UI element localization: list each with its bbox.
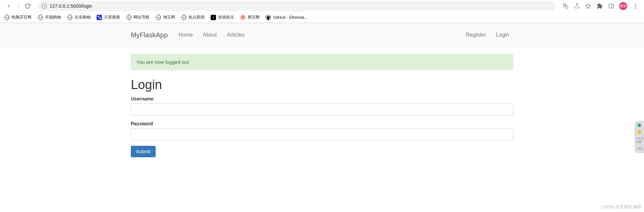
- github-icon: [266, 15, 271, 20]
- nav-links-right: Register Login: [462, 29, 513, 41]
- reload-button[interactable]: [24, 3, 31, 9]
- app-navbar: MyFlaskApp Home About Articles Register …: [0, 23, 644, 47]
- bookmark-item[interactable]: 天猫购物: [38, 14, 61, 20]
- forward-button[interactable]: [15, 3, 21, 9]
- address-bar[interactable]: i 127.0.0.1:5000/login: [38, 1, 555, 11]
- share-icon[interactable]: [574, 3, 580, 9]
- login-form: Username Password Submit: [131, 96, 513, 157]
- bookmark-item[interactable]: 热点新闻: [181, 14, 205, 20]
- nav-link-login[interactable]: Login: [492, 29, 513, 41]
- password-input[interactable]: [131, 128, 513, 140]
- username-input[interactable]: [131, 103, 513, 116]
- globe-icon: [67, 15, 72, 20]
- globe-icon: [126, 15, 131, 20]
- bookmark-item[interactable]: 电脑店官网: [4, 14, 32, 20]
- menu-button[interactable]: [632, 3, 639, 9]
- bookmark-label: 天猫购物: [45, 14, 61, 20]
- bookmark-item[interactable]: GitHub - Ethereal...: [266, 15, 308, 20]
- browser-toolbar: i 127.0.0.1:5000/login 城安: [0, 0, 644, 12]
- password-label: Password: [131, 121, 513, 126]
- bookmark-item[interactable]: 京东购物: [67, 14, 91, 20]
- bookmark-label: 电脑店官网: [11, 14, 32, 20]
- status-dot-green: [638, 124, 641, 127]
- bookmark-label: 百度搜索: [104, 14, 120, 20]
- flash-message-success: You are now logged out: [131, 54, 513, 70]
- bookmark-label: 游戏娱乐: [218, 14, 234, 20]
- panel-icon[interactable]: [608, 3, 614, 9]
- baidu-icon: [97, 15, 102, 20]
- nav-link-home[interactable]: Home: [174, 29, 197, 41]
- star-icon[interactable]: [585, 3, 592, 9]
- bookmark-item[interactable]: 百度搜索: [97, 14, 120, 20]
- bookmark-label: 网址导航: [133, 14, 150, 20]
- bookmark-label: 淘宝网: [163, 14, 175, 20]
- bookmark-item[interactable]: 易黄历网: [240, 14, 260, 20]
- bookmark-item[interactable]: 淘宝网: [156, 14, 175, 20]
- profile-avatar[interactable]: 城安: [619, 2, 627, 10]
- svg-rect-3: [609, 4, 613, 8]
- submit-button[interactable]: Submit: [131, 146, 156, 157]
- tiktok-icon: ♪: [211, 15, 216, 20]
- bookmark-item[interactable]: 网址导航: [126, 14, 150, 20]
- globe-icon: [4, 15, 9, 20]
- nav-link-articles[interactable]: Articles: [223, 29, 249, 41]
- page-container: You are now logged out Login Username Pa…: [126, 54, 518, 157]
- navbar-brand[interactable]: MyFlaskApp: [131, 31, 168, 39]
- svg-marker-2: [586, 4, 591, 8]
- net-up: ↑ 0.4K/s: [636, 137, 643, 144]
- url-text: 127.0.0.1:5000/login: [50, 3, 92, 9]
- net-down: ↓ 0.6: [636, 147, 643, 151]
- globe-icon: [38, 15, 43, 20]
- bookmark-item[interactable]: ♪游戏娱乐: [211, 14, 234, 20]
- nav-controls: [3, 3, 31, 9]
- bookmark-label: 京东购物: [74, 14, 91, 20]
- nav-link-about[interactable]: About: [199, 29, 221, 41]
- globe-icon: [181, 15, 186, 20]
- page-title: Login: [131, 78, 513, 92]
- nav-links-left: Home About Articles: [174, 29, 249, 41]
- extensions-icon[interactable]: [596, 3, 603, 9]
- network-widget[interactable]: ↑ 0.4K/s ↓ 0.6: [635, 121, 644, 153]
- status-dot-yellow: [638, 130, 641, 134]
- yi-icon: 易: [240, 15, 246, 20]
- globe-icon: [156, 15, 161, 20]
- bookmark-label: GitHub - Ethereal...: [273, 15, 308, 20]
- site-info-icon[interactable]: i: [42, 3, 47, 9]
- username-label: Username: [131, 96, 513, 101]
- toolbar-right: 城安: [562, 2, 641, 10]
- nav-link-register[interactable]: Register: [462, 29, 490, 41]
- back-button[interactable]: [5, 3, 12, 9]
- bookmark-label: 黄历网: [248, 14, 260, 20]
- bookmarks-bar: 电脑店官网 天猫购物 京东购物 百度搜索 网址导航 淘宝网 热点新闻 ♪游戏娱乐…: [0, 12, 644, 23]
- bookmark-label: 热点新闻: [189, 14, 205, 20]
- translate-icon[interactable]: [562, 3, 569, 9]
